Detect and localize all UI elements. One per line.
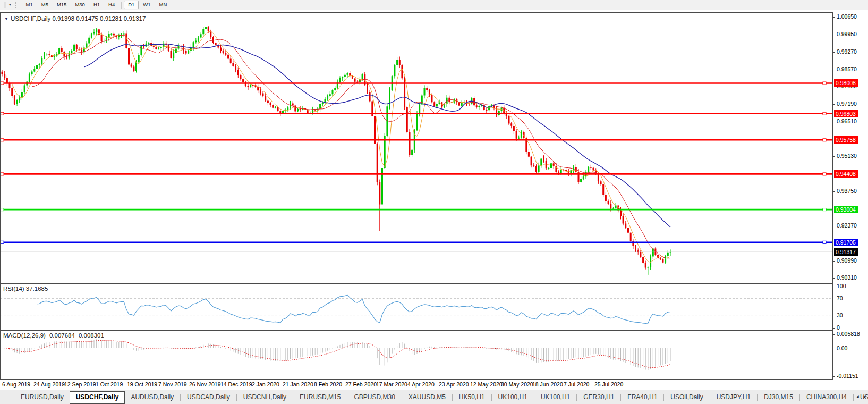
date-label: 4 Apr 2020 — [407, 381, 435, 388]
crosshair-tool-button[interactable]: ▾ — [0, 1, 13, 9]
date-label: 19 Oct 2019 — [127, 381, 157, 388]
tab-separator — [710, 394, 710, 401]
tab-separator — [491, 394, 492, 401]
tab-usdchf-daily[interactable]: USDCHF,Daily — [70, 391, 125, 404]
rsi-tick-label: 100 — [833, 283, 846, 289]
current-price-label: 0.91317 — [834, 248, 858, 256]
ma-line-13 — [32, 35, 670, 258]
tab-dj30-m15[interactable]: DJ30,M15 — [758, 391, 799, 404]
tab-scroll-right-icon[interactable]: ► — [863, 393, 867, 401]
date-label: 7 Jul 2020 — [564, 381, 589, 388]
macd-label: MACD(12,26,9) -0.007684 -0.008301 — [3, 332, 104, 339]
chart-title-text: USDCHF,Daily 0.91398 0.91475 0.91281 0.9… — [11, 15, 146, 22]
timeframe-w1-button[interactable]: W1 — [139, 1, 155, 9]
chart-tab-bar: EURUSD,DailyUSDCHF,DailyAUDUSD,DailyUSDC… — [0, 390, 868, 404]
rsi-tick-label: 0 — [833, 324, 840, 331]
tab-fra40-h1[interactable]: FRA40,H1 — [622, 391, 663, 404]
toolbar-separator — [121, 2, 122, 9]
tab-separator — [620, 394, 621, 401]
tab-separator — [236, 394, 237, 401]
price-tick-label: 0.99270 — [833, 48, 857, 55]
tab-xauusd-m5[interactable]: XAUUSD,M5 — [403, 391, 452, 404]
date-label: 8 Feb 2020 — [314, 381, 342, 388]
timeframe-d1-button[interactable]: D1 — [124, 1, 139, 9]
price-tick-label: 0.98570 — [833, 66, 857, 72]
chevron-down-icon[interactable]: ▾ — [9, 3, 11, 7]
tab-scroll-left-icon[interactable]: ◄ — [855, 393, 860, 401]
date-label: 18 Jun 2020 — [532, 381, 563, 388]
tab-eurusd-m15[interactable]: EURUSD,M15 — [294, 391, 346, 404]
tab-uk100-h1[interactable]: UK100,H1 — [492, 391, 533, 404]
hline-price-label: 0.98008 — [834, 79, 858, 87]
rsi-indicator-canvas[interactable] — [0, 283, 833, 330]
date-label: 1 Oct 2019 — [96, 381, 123, 388]
date-label: 14 Dec 2019 — [220, 381, 252, 388]
tab-separator — [576, 394, 577, 401]
date-label: 6 Aug 2019 — [2, 381, 30, 388]
price-chart-canvas[interactable] — [0, 12, 833, 283]
tab-separator — [534, 394, 534, 401]
tab-audusd-daily[interactable]: AUDUSD,Daily — [125, 391, 180, 404]
timeframe-mn-button[interactable]: MN — [155, 1, 172, 9]
date-label: 21 Jan 2020 — [283, 381, 313, 388]
price-axis: 1.006500.999500.992700.985700.978900.971… — [833, 12, 868, 380]
date-axis: 6 Aug 201924 Aug 201912 Sep 20191 Oct 20… — [0, 380, 833, 390]
hline-price-label: 0.95758 — [834, 136, 858, 144]
date-label: 23 Apr 2020 — [439, 381, 469, 388]
price-tick-label: 1.00650 — [833, 13, 857, 20]
hline-price-label: 0.93004 — [834, 206, 858, 213]
timeframe-h4-button[interactable]: H4 — [104, 1, 119, 9]
timeframe-toolbar: ▾ M1 M5 M15 M30 H1 H4 D1 W1 MN — [0, 0, 868, 10]
hline-price-label: 0.96803 — [834, 110, 858, 117]
timeframe-m1-button[interactable]: M1 — [22, 1, 37, 9]
price-tick-label: 0.97190 — [833, 100, 857, 107]
timeframe-m15-button[interactable]: M15 — [53, 1, 71, 9]
ma-line-34 — [84, 44, 670, 228]
toolbar-grip[interactable] — [15, 2, 19, 8]
price-tick-label: 0.90310 — [833, 274, 857, 281]
price-tick-label: 0.95130 — [833, 153, 857, 159]
chart-dropdown-icon[interactable]: ▼ — [4, 16, 8, 21]
chart-tabs: EURUSD,DailyUSDCHF,DailyAUDUSD,DailyUSDC… — [15, 391, 868, 404]
date-label: 27 Feb 2020 — [345, 381, 377, 388]
price-tick-label: 0.99950 — [833, 31, 857, 37]
hline-price-label: 0.94408 — [834, 170, 858, 178]
tab-separator — [180, 394, 181, 401]
macd-tick-label: 0.00 — [833, 345, 847, 351]
rsi-tick-label: 30 — [833, 312, 843, 318]
tab-usoil-daily[interactable]: USOil,Daily — [665, 391, 709, 404]
date-label: 17 Mar 2020 — [376, 381, 407, 388]
date-label: 25 Jul 2020 — [594, 381, 623, 388]
timeframe-h1-button[interactable]: H1 — [89, 1, 104, 9]
tab-usdcnh-daily[interactable]: USDCNH,Daily — [237, 391, 292, 404]
tab-ger30-h1[interactable]: GER30,H1 — [577, 391, 620, 404]
tab-usdcad-daily[interactable]: USDCAD,Daily — [181, 391, 236, 404]
macd-tick-label: -0.01151 — [833, 373, 858, 379]
tab-gbpusd-m30[interactable]: GBPUSD,M30 — [348, 391, 401, 404]
crosshair-icon — [2, 2, 8, 8]
price-tick-label: 0.92370 — [833, 222, 857, 229]
timeframe-m5-button[interactable]: M5 — [37, 1, 53, 9]
tab-scroll-buttons: ◄ ► — [855, 393, 867, 401]
date-label: 30 May 2020 — [501, 381, 533, 388]
chart-window: ▼USDCHF,Daily 0.91398 0.91475 0.91281 0.… — [0, 10, 868, 390]
chart-title: ▼USDCHF,Daily 0.91398 0.91475 0.91281 0.… — [4, 15, 146, 22]
macd-tick-label: 0.005818 — [833, 331, 860, 337]
date-label: 26 Nov 2019 — [189, 381, 221, 388]
date-label: 12 May 2020 — [470, 381, 503, 388]
timeframe-m30-button[interactable]: M30 — [71, 1, 89, 9]
tab-hk50-h1[interactable]: HK50,H1 — [453, 391, 491, 404]
tab-separator — [347, 394, 347, 401]
tab-usdjpy-h1[interactable]: USDJPY,H1 — [711, 391, 756, 404]
rsi-label: RSI(14) 37.1685 — [3, 285, 48, 292]
macd-indicator-canvas[interactable] — [0, 330, 833, 380]
price-tick-label: 0.96510 — [833, 118, 857, 124]
tab-china300-h4[interactable]: CHINA300,H4 — [801, 391, 853, 404]
tab-eurusd-daily[interactable]: EURUSD,Daily — [15, 391, 70, 404]
tab-separator — [452, 394, 453, 401]
price-tick-label: 0.93750 — [833, 188, 857, 194]
tab-uk100-h1[interactable]: UK100,H1 — [535, 391, 576, 404]
date-label: 7 Nov 2019 — [158, 381, 187, 388]
tab-separator — [799, 394, 800, 401]
tab-separator — [402, 394, 402, 401]
